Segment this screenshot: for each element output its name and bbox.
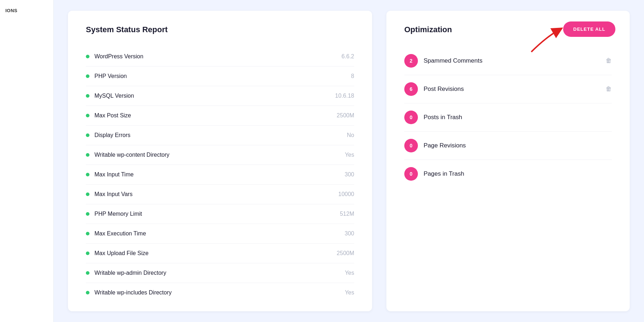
status-dot (86, 94, 89, 98)
status-item: Max Execution Time 300 (86, 224, 354, 244)
status-value: Yes (345, 152, 354, 158)
status-value: 6.6.2 (341, 53, 354, 60)
system-status-panel: System Status Report WordPress Version 6… (68, 11, 372, 311)
status-label: MySQL Version (94, 93, 134, 99)
status-label: Display Errors (94, 132, 130, 138)
status-dot (86, 271, 89, 275)
status-item: PHP Memory Limit 512M (86, 204, 354, 224)
status-item: Writable wp-admin Directory Yes (86, 263, 354, 283)
status-label: WordPress Version (94, 53, 143, 60)
opt-label: Pages in Trash (424, 170, 612, 177)
opt-badge: 0 (404, 111, 418, 124)
status-dot (86, 133, 89, 137)
status-item-left: MySQL Version (86, 93, 134, 99)
status-item-left: Display Errors (86, 132, 130, 138)
status-label: PHP Version (94, 73, 127, 79)
status-dot (86, 291, 89, 294)
opt-label: Posts in Trash (424, 114, 612, 121)
opt-badge: 0 (404, 167, 418, 181)
trash-icon[interactable]: 🗑 (606, 57, 612, 64)
status-value: 512M (340, 211, 354, 217)
status-item-left: Max Execution Time (86, 230, 146, 237)
status-value: 2500M (337, 250, 354, 257)
status-value: 10.6.18 (335, 93, 354, 99)
status-dot (86, 55, 89, 58)
status-value: 300 (345, 171, 354, 178)
status-item-left: WordPress Version (86, 53, 143, 60)
opt-label: Post Revisions (424, 86, 600, 93)
status-item-left: Writable wp-content Directory (86, 152, 170, 158)
opt-badge: 0 (404, 139, 418, 152)
status-value: 2500M (337, 112, 354, 119)
opt-item: 0 Pages in Trash (404, 160, 612, 188)
status-value: No (347, 132, 354, 138)
status-value: 10000 (338, 191, 355, 197)
status-item: WordPress Version 6.6.2 (86, 47, 354, 67)
sidebar: IONS (0, 0, 54, 322)
opt-badge: 6 (404, 82, 418, 96)
trash-icon[interactable]: 🗑 (606, 86, 612, 93)
status-label: Max Upload File Size (94, 250, 148, 257)
status-label: Max Input Vars (94, 191, 132, 197)
status-dot (86, 173, 89, 176)
status-label: PHP Memory Limit (94, 211, 142, 217)
status-value: Yes (345, 289, 354, 296)
status-label: Writable wp-includes Directory (94, 289, 172, 296)
main-content: System Status Report WordPress Version 6… (54, 0, 644, 322)
optimization-list: 2 Spammed Comments 🗑 6 Post Revisions 🗑 … (404, 47, 612, 188)
status-item-left: PHP Version (86, 73, 127, 79)
status-item-left: Max Input Time (86, 171, 133, 178)
status-item: Max Input Time 300 (86, 165, 354, 185)
status-label: Writable wp-admin Directory (94, 270, 166, 276)
status-item-left: Max Input Vars (86, 191, 132, 197)
status-value: 8 (351, 73, 354, 79)
system-status-title: System Status Report (86, 25, 354, 34)
status-item-left: Writable wp-includes Directory (86, 289, 172, 296)
opt-label: Spammed Comments (424, 57, 600, 64)
status-dot (86, 153, 89, 157)
delete-all-button[interactable]: DELETE ALL (563, 21, 615, 37)
status-label: Max Post Size (94, 112, 131, 119)
status-label: Max Input Time (94, 171, 133, 178)
status-value: Yes (345, 270, 354, 276)
opt-item: 0 Posts in Trash (404, 103, 612, 132)
status-item-left: Max Post Size (86, 112, 131, 119)
optimization-panel: Optimization DELETE ALL 2 Spammed Commen… (386, 11, 630, 311)
sidebar-label: IONS (5, 8, 18, 13)
status-item-left: PHP Memory Limit (86, 211, 142, 217)
status-value: 300 (345, 230, 354, 237)
status-item: Display Errors No (86, 126, 354, 145)
opt-badge: 2 (404, 54, 418, 68)
status-item-left: Writable wp-admin Directory (86, 270, 166, 276)
status-item: Max Post Size 2500M (86, 106, 354, 126)
status-item: Writable wp-content Directory Yes (86, 145, 354, 165)
opt-label: Page Revisions (424, 142, 612, 149)
status-dot (86, 212, 89, 216)
status-label: Writable wp-content Directory (94, 152, 170, 158)
status-list: WordPress Version 6.6.2 PHP Version 8 My… (86, 47, 354, 302)
opt-item: 0 Page Revisions (404, 132, 612, 160)
status-dot (86, 74, 89, 78)
status-dot (86, 192, 89, 196)
status-item-left: Max Upload File Size (86, 250, 148, 257)
status-item: Max Upload File Size 2500M (86, 244, 354, 263)
opt-item: 2 Spammed Comments 🗑 (404, 47, 612, 75)
status-item: Max Input Vars 10000 (86, 185, 354, 204)
status-item: MySQL Version 10.6.18 (86, 86, 354, 106)
status-dot (86, 114, 89, 117)
status-dot (86, 252, 89, 255)
status-item: PHP Version 8 (86, 67, 354, 86)
status-dot (86, 232, 89, 235)
status-label: Max Execution Time (94, 230, 146, 237)
opt-item: 6 Post Revisions 🗑 (404, 75, 612, 103)
status-item: Writable wp-includes Directory Yes (86, 283, 354, 302)
